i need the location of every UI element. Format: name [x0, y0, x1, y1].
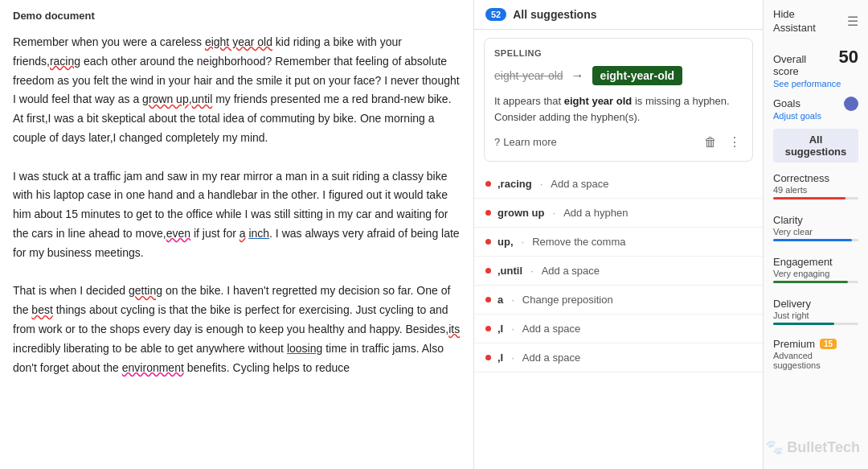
spelling-card: SPELLING eight-year-old → eight-year-old… [484, 38, 753, 162]
dot-icon [485, 326, 491, 331]
suggestions-count: 52 [485, 8, 506, 21]
engagement-bar [773, 281, 858, 283]
more-options-button[interactable]: ⋮ [727, 133, 743, 151]
card-actions: ? Learn more 🗑 ⋮ [494, 133, 743, 151]
clarity-bar [773, 239, 858, 241]
document-body: Remember when you were a careless eight … [13, 33, 461, 377]
flagged-word-a[interactable]: a [240, 227, 246, 240]
clarity-title: Clarity [773, 214, 858, 226]
correctness-subtitle: 49 alerts [773, 185, 858, 195]
flagged-word-environment[interactable]: environment [122, 361, 184, 374]
new-word[interactable]: eight-year-old [592, 66, 683, 85]
hide-assistant-label: HideAssistant [773, 8, 816, 35]
premium-description: Advancedsuggestions [773, 351, 837, 370]
correctness-title: Correctness [773, 172, 858, 184]
delivery-title: Delivery [773, 298, 858, 310]
flagged-word-until[interactable]: until [192, 93, 213, 105]
flagged-word-even[interactable]: even [166, 227, 190, 240]
premium-title: Premium [773, 338, 815, 350]
flagged-word-best[interactable]: best [31, 303, 52, 316]
overall-score-label: Overall score [773, 53, 834, 77]
flagged-word-its[interactable]: its [448, 323, 460, 335]
spelling-label: SPELLING [494, 48, 743, 58]
clarity-subtitle: Very clear [773, 227, 858, 237]
assistant-panel: HideAssistant ☰ Overall score 50 See per… [764, 0, 868, 469]
card-icon-group: 🗑 ⋮ [702, 133, 743, 151]
premium-section: Premium 15 Advancedsuggestions [773, 338, 858, 370]
goal-circle-icon [844, 97, 858, 111]
suggestions-header: 52 All suggestions [474, 0, 763, 30]
delivery-bar [773, 323, 858, 325]
dot-icon [485, 297, 491, 302]
document-panel: Demo document Remember when you were a c… [0, 0, 474, 469]
suggestions-panel: 52 All suggestions SPELLING eight-year-o… [474, 0, 764, 469]
flagged-word-eight-year-old[interactable]: eight year old [205, 35, 272, 48]
list-item[interactable]: up, · Remove the comma [474, 228, 763, 257]
dot-icon [485, 181, 491, 187]
engagement-subtitle: Very engaging [773, 269, 858, 278]
suggestions-title: All suggestions [513, 8, 596, 21]
adjust-goals-link[interactable]: Adjust goals [773, 111, 858, 121]
dot-icon [485, 239, 491, 245]
list-item[interactable]: a · Change preposition [474, 286, 763, 315]
question-icon: ? [494, 136, 500, 148]
spelling-correction: eight-year-old → eight-year-old [494, 66, 743, 85]
flagged-word-getting[interactable]: getting [129, 284, 162, 297]
arrow-right-icon: → [571, 68, 584, 83]
all-suggestions-button[interactable]: All suggestions [773, 129, 858, 163]
flagged-word-loosing[interactable]: loosing [287, 342, 322, 355]
engagement-bar-fill [773, 281, 848, 283]
goals-label: Goals [773, 97, 800, 109]
engagement-title: Engagement [773, 256, 858, 268]
see-performance-link[interactable]: See performance [773, 79, 858, 88]
flagged-word-racing[interactable]: racing [50, 55, 80, 68]
clarity-bar-fill [773, 239, 852, 241]
list-item[interactable]: grown up · Add a hyphen [474, 199, 763, 228]
old-word: eight-year-old [494, 69, 563, 82]
delete-suggestion-button[interactable]: 🗑 [702, 133, 719, 151]
correctness-bar [773, 197, 858, 200]
list-item[interactable]: ,until · Add a space [474, 257, 763, 286]
list-item[interactable]: ,I · Add a space [474, 315, 763, 344]
suggestion-list: ,racing · Add a space grown up · Add a h… [474, 170, 763, 372]
spelling-description: It appears that eight year old is missin… [494, 93, 743, 125]
menu-icon[interactable]: ☰ [847, 14, 858, 29]
clarity-section: Clarity Very clear [773, 214, 858, 246]
learn-more-link[interactable]: ? Learn more [494, 136, 557, 148]
correctness-section: Correctness 49 alerts [773, 172, 858, 204]
engagement-section: Engagement Very engaging [773, 256, 858, 288]
goals-section: Goals Adjust goals [773, 97, 858, 121]
hide-assistant-section: HideAssistant ☰ [773, 8, 858, 35]
flagged-word-grown-up[interactable]: grown up [142, 93, 189, 105]
list-item[interactable]: ,I · Add a space [474, 344, 763, 372]
delivery-bar-fill [773, 323, 834, 325]
dot-icon [485, 268, 491, 274]
flagged-word-inch[interactable]: inch [248, 227, 269, 240]
delivery-subtitle: Just right [773, 311, 858, 320]
dot-icon [485, 355, 491, 360]
overall-score-section: Overall score 50 See performance [773, 47, 858, 88]
list-item[interactable]: ,racing · Add a space [474, 170, 763, 199]
dot-icon [485, 210, 491, 216]
premium-count-badge: 15 [820, 339, 837, 349]
correctness-bar-fill [773, 197, 845, 200]
document-title: Demo document [13, 10, 461, 22]
overall-score-value: 50 [839, 47, 858, 68]
delivery-section: Delivery Just right [773, 298, 858, 330]
